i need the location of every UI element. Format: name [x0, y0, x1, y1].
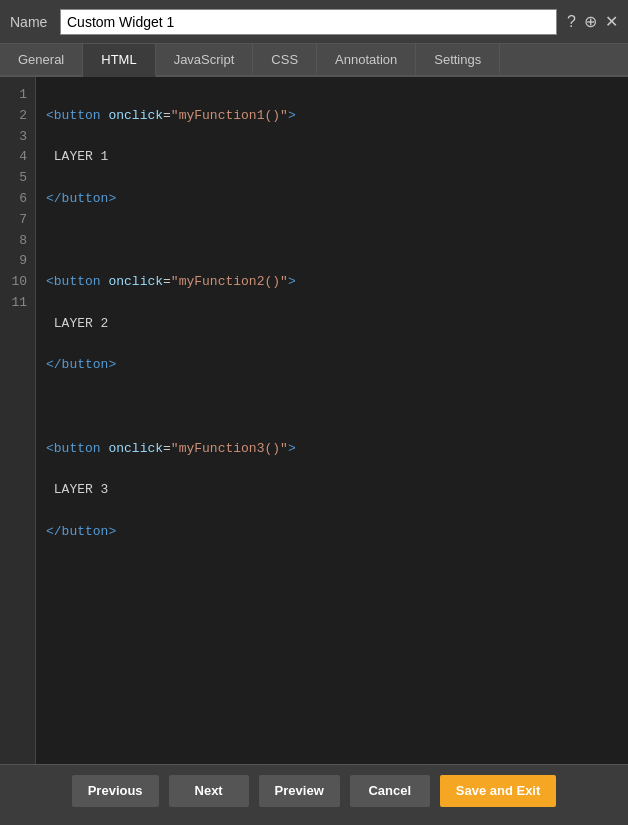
close-icon[interactable]: ✕: [605, 12, 618, 31]
editor-container: 1 2 3 4 5 6 7 8 9 10 11 <button onclick=…: [0, 77, 628, 764]
header: Name ? ⊕ ✕: [0, 0, 628, 44]
previous-button[interactable]: Previous: [72, 775, 159, 807]
help-icon[interactable]: ?: [567, 13, 576, 31]
line-num-7: 7: [6, 210, 27, 231]
code-line-8: [46, 397, 618, 418]
code-line-4: [46, 231, 618, 252]
code-line-6: LAYER 2: [46, 314, 618, 335]
preview-button[interactable]: Preview: [259, 775, 340, 807]
name-label: Name: [10, 14, 50, 30]
tab-annotation[interactable]: Annotation: [317, 44, 416, 75]
line-numbers: 1 2 3 4 5 6 7 8 9 10 11: [0, 77, 36, 764]
line-num-4: 4: [6, 147, 27, 168]
line-num-6: 6: [6, 189, 27, 210]
tab-css[interactable]: CSS: [253, 44, 317, 75]
save-exit-button[interactable]: Save and Exit: [440, 775, 557, 807]
tab-javascript[interactable]: JavaScript: [156, 44, 254, 75]
move-icon[interactable]: ⊕: [584, 12, 597, 31]
code-line-9: <button onclick="myFunction3()">: [46, 439, 618, 460]
code-line-11: </button>: [46, 522, 618, 543]
line-num-1: 1: [6, 85, 27, 106]
next-button[interactable]: Next: [169, 775, 249, 807]
header-icons: ? ⊕ ✕: [567, 12, 618, 31]
line-num-9: 9: [6, 251, 27, 272]
widget-name-input[interactable]: [60, 9, 557, 35]
footer: Previous Next Preview Cancel Save and Ex…: [0, 764, 628, 816]
code-line-5: <button onclick="myFunction2()">: [46, 272, 618, 293]
line-num-10: 10: [6, 272, 27, 293]
code-line-3: </button>: [46, 189, 618, 210]
line-num-3: 3: [6, 127, 27, 148]
line-num-2: 2: [6, 106, 27, 127]
code-line-2: LAYER 1: [46, 147, 618, 168]
code-editor[interactable]: <button onclick="myFunction1()"> LAYER 1…: [36, 77, 628, 764]
line-num-8: 8: [6, 231, 27, 252]
line-num-5: 5: [6, 168, 27, 189]
tab-general[interactable]: General: [0, 44, 83, 75]
tab-settings[interactable]: Settings: [416, 44, 500, 75]
cancel-button[interactable]: Cancel: [350, 775, 430, 807]
tab-html[interactable]: HTML: [83, 44, 155, 77]
code-line-7: </button>: [46, 355, 618, 376]
tabs: General HTML JavaScript CSS Annotation S…: [0, 44, 628, 77]
code-line-10: LAYER 3: [46, 480, 618, 501]
line-num-11: 11: [6, 293, 27, 314]
code-line-1: <button onclick="myFunction1()">: [46, 106, 618, 127]
